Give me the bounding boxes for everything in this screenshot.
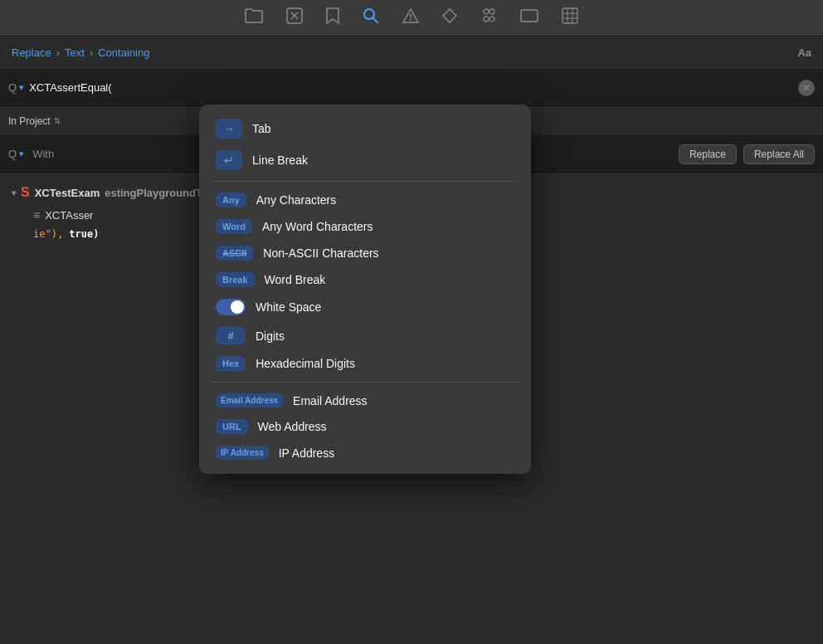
project-chevron: ▾: [12, 188, 16, 198]
menu-item-ip[interactable]: IP Address IP Address: [199, 440, 531, 466]
close-square-icon[interactable]: [286, 7, 303, 28]
rect-outline-icon[interactable]: [520, 9, 538, 27]
replace-button[interactable]: Replace: [679, 144, 737, 164]
menu-item-url[interactable]: URL Web Address: [199, 413, 531, 440]
replace-placeholder: With: [29, 148, 54, 160]
search-mode-arrow: ▾: [19, 82, 24, 93]
file-name: XCTAsser: [45, 209, 93, 222]
swift-icon: S: [21, 185, 30, 200]
svg-point-2: [484, 9, 489, 14]
grid-icon[interactable]: [562, 7, 578, 28]
breadcrumb-containing[interactable]: Containing: [98, 46, 149, 59]
breadcrumb-replace[interactable]: Replace: [12, 46, 51, 59]
replace-action-buttons: Replace Replace All: [679, 144, 815, 164]
svg-point-3: [489, 9, 494, 14]
menu-item-tab[interactable]: → Tab: [199, 113, 531, 144]
menu-item-whitespace-label: White Space: [256, 300, 321, 314]
menu-item-email-label: Email Address: [293, 394, 367, 407]
search-icon[interactable]: [363, 7, 379, 28]
digits-badge: #: [216, 327, 246, 344]
word-break-badge: Break: [216, 272, 255, 287]
hex-badge: Hex: [216, 356, 246, 371]
any-word-badge: Word: [216, 219, 252, 234]
folder-icon[interactable]: [245, 8, 263, 27]
non-ascii-badge: ASCII: [216, 246, 253, 261]
in-project-chevron: ⇅: [54, 116, 61, 125]
popup-divider-2: [212, 382, 518, 383]
replace-all-button[interactable]: Replace All: [743, 144, 815, 164]
menu-item-any-chars[interactable]: Any Any Characters: [199, 187, 531, 213]
breadcrumb-text[interactable]: Text: [65, 46, 85, 59]
menu-item-ip-label: IP Address: [279, 446, 334, 460]
email-badge: Email Address: [216, 393, 283, 407]
code-text-orange: ie"),: [33, 228, 69, 240]
breadcrumb-sep-1: ›: [56, 46, 60, 59]
search-q-label: Q: [8, 81, 17, 94]
menu-item-word-break-label: Word Break: [265, 273, 326, 286]
project-name: XCTestExam: [35, 187, 100, 199]
tab-badge: →: [216, 119, 242, 139]
breadcrumb: Replace › Text › Containing Aa: [0, 37, 823, 70]
paint-icon[interactable]: [480, 7, 497, 28]
diamond-icon[interactable]: [442, 8, 457, 27]
menu-item-line-break-label: Line Break: [252, 154, 308, 167]
bookmark-icon[interactable]: [326, 7, 339, 28]
replace-q-label: Q: [8, 148, 17, 160]
replace-mode-prefix[interactable]: Q ▾: [8, 148, 24, 160]
font-size-toggle[interactable]: Aa: [797, 46, 811, 59]
menu-item-line-break[interactable]: ↵ Line Break: [199, 144, 531, 176]
whitespace-toggle[interactable]: [216, 299, 246, 315]
search-bar: Q ▾ ✕: [0, 70, 823, 106]
menu-item-whitespace[interactable]: White Space: [199, 293, 531, 321]
search-input[interactable]: [29, 81, 793, 94]
toolbar: [0, 0, 823, 37]
warning-icon[interactable]: [402, 8, 419, 27]
ip-badge: IP Address: [216, 446, 269, 460]
menu-item-digits-label: Digits: [256, 329, 285, 343]
breadcrumb-nav: Replace › Text › Containing: [12, 46, 149, 59]
menu-item-email[interactable]: Email Address Email Address: [199, 388, 531, 413]
menu-item-tab-label: Tab: [252, 122, 271, 135]
menu-item-url-label: Web Address: [258, 420, 327, 433]
svg-rect-7: [562, 8, 577, 23]
menu-item-any-chars-label: Any Characters: [256, 193, 336, 207]
menu-item-digits[interactable]: # Digits: [199, 321, 531, 350]
svg-point-5: [489, 17, 494, 22]
breadcrumb-sep-2: ›: [90, 46, 93, 59]
url-badge: URL: [216, 419, 248, 434]
replace-mode-arrow: ▾: [19, 149, 24, 159]
menu-item-word-break[interactable]: Break Word Break: [199, 266, 531, 293]
svg-point-4: [484, 17, 489, 22]
search-clear-button[interactable]: ✕: [798, 80, 815, 96]
menu-item-any-word[interactable]: Word Any Word Characters: [199, 213, 531, 240]
menu-item-hex-digits-label: Hexadecimal Digits: [256, 357, 355, 370]
line-break-badge: ↵: [216, 150, 242, 170]
menu-item-any-word-label: Any Word Characters: [262, 220, 373, 233]
svg-rect-6: [521, 10, 538, 22]
code-text-bold: true): [69, 228, 99, 240]
menu-item-non-ascii[interactable]: ASCII Non-ASCII Characters: [199, 240, 531, 266]
dropdown-popup: → Tab ↵ Line Break Any Any Characters Wo…: [199, 105, 531, 474]
in-project-label: In Project: [8, 115, 51, 127]
any-chars-badge: Any: [216, 193, 246, 207]
in-project-button[interactable]: In Project ⇅: [8, 115, 61, 127]
menu-item-non-ascii-label: Non-ASCII Characters: [263, 246, 378, 260]
search-mode-prefix[interactable]: Q ▾: [8, 81, 24, 94]
popup-divider-1: [212, 181, 518, 182]
menu-item-hex-digits[interactable]: Hex Hexadecimal Digits: [199, 350, 531, 377]
file-lines-icon: ≡: [33, 208, 40, 222]
svg-point-1: [364, 9, 374, 19]
